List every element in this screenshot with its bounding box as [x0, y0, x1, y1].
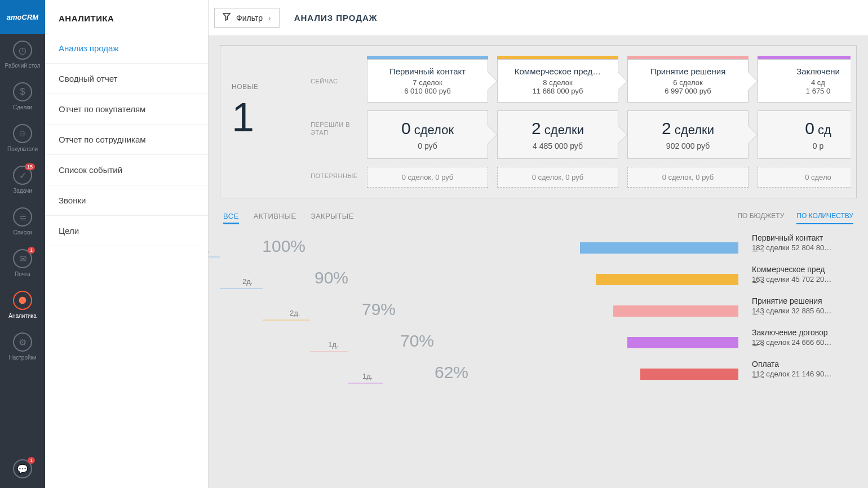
nav-label: Покупатели	[7, 146, 38, 152]
stage-lost: 0 сделок, 0 руб	[627, 167, 749, 188]
sidebar-item-4[interactable]: Список событий	[45, 155, 208, 185]
stage-name: Заключени	[758, 60, 851, 78]
legend-name: Коммерческое пред	[752, 265, 857, 274]
label-now: СЕЙЧАС	[311, 77, 367, 85]
legend-item-4[interactable]: Оплата112 сделок 21 146 90…	[752, 360, 857, 391]
stage-moved-card[interactable]: 0 сделок 0 руб	[367, 110, 488, 159]
funnel-days: 1д.	[362, 372, 373, 380]
stage-now-card[interactable]: Принятие решения 6 сделок 6 997 000 руб	[627, 59, 749, 103]
label-lost: ПОТЕРЯННЫЕ	[311, 172, 367, 180]
sidebar-title: АНАЛИТИКА	[45, 0, 208, 33]
funnel-chart: 1д. 100% 2д. 90% 2д. 79% 1д. 70% 1д. 62%…	[220, 233, 857, 391]
аналитика-icon: ∿	[13, 291, 32, 310]
stage-now-sum: 1 675 0	[758, 87, 851, 102]
stage-moved-card[interactable]: 2 сделки 4 485 000 руб	[497, 110, 618, 159]
label-moved: ПЕРЕШЛИ В ЭТАП	[311, 121, 367, 137]
primary-nav: amoCRM ◷Рабочий стол$Сделки☺Покупатели✓З…	[0, 0, 45, 488]
funnel-bar[interactable]	[596, 274, 738, 285]
nav-item-5[interactable]: ✉Почта1	[0, 242, 45, 284]
nav-item-7[interactable]: ⚙Настройки	[0, 326, 45, 367]
row-labels: СЕЙЧАС ПЕРЕШЛИ В ЭТАП ПОТЕРЯННЫЕ	[311, 56, 367, 188]
tab-left-1[interactable]: АКТИВНЫЕ	[254, 212, 296, 224]
sidebar-item-6[interactable]: Цели	[45, 216, 208, 246]
сделки-icon: $	[13, 82, 32, 101]
nav-badge: 1	[28, 247, 35, 254]
списки-icon: ≣	[13, 207, 32, 227]
filter-button[interactable]: Фильтр ›	[214, 8, 280, 28]
legend-item-1[interactable]: Коммерческое пред163 сделки 45 702 20…	[752, 265, 857, 296]
nav-item-6[interactable]: ∿Аналитика	[0, 284, 45, 326]
sidebar-item-2[interactable]: Отчет по покупателям	[45, 94, 208, 125]
stage-now-deals: 7 сделок	[367, 78, 488, 87]
funnel-pct: 62%	[435, 363, 468, 382]
stage-moved-card[interactable]: 2 сделки 902 000 руб	[627, 110, 749, 159]
nav-label: Списки	[13, 229, 32, 236]
stage-name: Принятие решения	[628, 60, 748, 78]
funnel-row-1: 2д. 90%	[220, 265, 738, 296]
funnel-days: 1д.	[209, 246, 210, 254]
funnel-pct: 70%	[400, 331, 434, 351]
nav-item-1[interactable]: $Сделки	[0, 76, 45, 117]
brand-logo[interactable]: amoCRM	[0, 0, 45, 34]
tab-left-2[interactable]: ЗАКРЫТЫЕ	[311, 212, 354, 224]
stage-moved-count: 2 сделки	[501, 119, 614, 138]
покупатели-icon: ☺	[13, 124, 32, 143]
legend-item-3[interactable]: Заключение договор128 сделок 24 666 60…	[752, 328, 857, 360]
tab-right-1[interactable]: ПО КОЛИЧЕСТВУ	[796, 212, 853, 224]
funnel-row-0: 1д. 100%	[220, 233, 738, 265]
filter-icon	[223, 13, 231, 23]
funnel-pct: 79%	[362, 300, 396, 319]
nav-item-0[interactable]: ◷Рабочий стол	[0, 34, 45, 76]
funnel-underline	[209, 256, 220, 258]
tab-left-0[interactable]: ВСЕ	[223, 212, 239, 224]
рабочий стол-icon: ◷	[13, 41, 32, 60]
funnel-underline	[220, 288, 263, 289]
legend-name: Принятие решения	[752, 296, 857, 305]
funnel-bar[interactable]	[580, 242, 738, 254]
nav-label: Сделки	[13, 104, 32, 110]
funnel-underline	[263, 320, 310, 321]
legend-name: Оплата	[752, 360, 857, 369]
stage-moved-sum: 0 руб	[371, 141, 484, 150]
funnel-row-4: 1д. 62%	[220, 360, 738, 391]
legend-item-2[interactable]: Принятие решения143 сделки 32 885 60…	[752, 296, 857, 328]
настройки-icon: ⚙	[13, 332, 32, 352]
funnel-bar[interactable]	[613, 305, 738, 317]
stages-panel: НОВЫЕ 1 СЕЙЧАС ПЕРЕШЛИ В ЭТАП ПОТЕРЯННЫЕ…	[220, 45, 857, 198]
legend-item-0[interactable]: Первичный контакт182 сделки 52 804 80…	[752, 233, 857, 265]
funnel-underline	[310, 351, 348, 352]
legend-detail: 163 сделки 45 702 20…	[752, 275, 857, 283]
stage-moved-sum: 4 485 000 руб	[501, 141, 614, 150]
stage-moved-card[interactable]: 0 сд 0 р	[758, 110, 851, 159]
stage-3: Заключени 4 сд 1 675 0 0 сд 0 р 0 сдело	[758, 56, 851, 188]
stage-now-card[interactable]: Заключени 4 сд 1 675 0	[758, 59, 851, 103]
filter-label: Фильтр	[236, 14, 263, 23]
stage-now-card[interactable]: Первичный контакт 7 сделок 6 010 800 руб	[367, 59, 488, 103]
funnel-bar[interactable]	[640, 369, 738, 380]
new-count: 1	[232, 94, 311, 140]
sidebar-item-5[interactable]: Звонки	[45, 185, 208, 216]
topbar: Фильтр › АНАЛИЗ ПРОДАЖ	[209, 0, 868, 36]
tab-right-0[interactable]: ПО БЮДЖЕТУ	[737, 212, 784, 224]
stage-moved-sum: 902 000 руб	[631, 141, 745, 150]
sidebar-item-1[interactable]: Сводный отчет	[45, 64, 208, 94]
funnel-days: 2д.	[290, 309, 300, 317]
nav-item-3[interactable]: ✓Задачи15	[0, 159, 45, 201]
sidebar-item-3[interactable]: Отчет по сотрудникам	[45, 125, 208, 155]
nav-chat[interactable]: 💬 1	[0, 452, 45, 488]
legend-name: Первичный контакт	[752, 233, 857, 242]
chevron-right-icon: ›	[268, 14, 271, 23]
funnel-days: 2д.	[242, 277, 253, 286]
filter-tabs-left: ВСЕАКТИВНЫЕЗАКРЫТЫЕ	[223, 212, 354, 224]
funnel-underline	[348, 383, 383, 384]
stage-now-card[interactable]: Коммерческое пред… 8 сделок 11 668 000 р…	[497, 59, 618, 103]
main-area: Фильтр › АНАЛИЗ ПРОДАЖ НОВЫЕ 1 СЕЙЧАС ПЕ…	[209, 0, 868, 488]
sidebar-item-0[interactable]: Анализ продаж	[45, 33, 208, 64]
funnel-bar[interactable]	[627, 337, 738, 348]
funnel-row-3: 1д. 70%	[220, 328, 738, 360]
nav-item-2[interactable]: ☺Покупатели	[0, 117, 45, 159]
nav-label: Задачи	[13, 188, 32, 194]
stage-lost: 0 сдело	[758, 167, 851, 188]
nav-item-4[interactable]: ≣Списки	[0, 201, 45, 242]
chat-badge: 1	[28, 457, 35, 464]
